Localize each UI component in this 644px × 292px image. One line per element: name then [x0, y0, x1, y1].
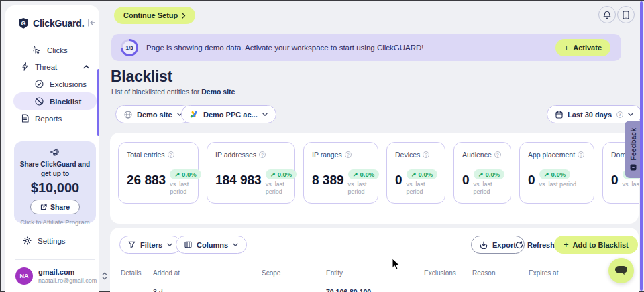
date-range-value: Last 30 days — [568, 111, 612, 119]
sidebar-item-threat[interactable]: Threat — [21, 62, 57, 71]
stats-panel: Total entries 26 883 ↗0.0% vs. last peri… — [110, 133, 639, 224]
info-icon[interactable] — [259, 151, 266, 158]
sidebar-item-blacklist[interactable]: Blacklist — [35, 97, 81, 106]
sidebar-item-clicks[interactable]: Clicks — [32, 46, 68, 54]
stat-card-devices: Devices 0 ↗0.0% vs. last period — [386, 142, 445, 204]
filters-button[interactable]: Filters — [119, 236, 181, 254]
feedback-icon — [630, 164, 637, 171]
settings-label: Settings — [38, 237, 66, 245]
trend-badge: ↗0.0% — [407, 169, 438, 179]
sidebar-item-exclusions[interactable]: Exclusions — [35, 80, 87, 88]
share-button[interactable]: Share — [30, 200, 80, 214]
info-icon[interactable] — [578, 151, 584, 158]
export-label: Export — [492, 241, 516, 249]
column-header-details[interactable]: Details — [121, 267, 153, 283]
sidebar-item-label: Exclusions — [50, 80, 87, 88]
sidebar-item-label: Blacklist — [50, 98, 81, 106]
site-selector[interactable]: Demo site — [115, 105, 191, 123]
activate-button[interactable]: + Activate — [555, 39, 610, 56]
setup-progress-step: 1/3 — [123, 41, 136, 54]
sidebar-item-reports[interactable]: Reports — [21, 114, 62, 123]
logo-text: ClickGuard. — [33, 18, 84, 29]
sidebar-item-label: Clicks — [47, 46, 68, 54]
cell-reason — [472, 284, 529, 292]
stat-label: IP ranges — [312, 151, 342, 159]
divider — [110, 283, 639, 283]
continue-setup-button[interactable]: Continue Setup — [114, 7, 195, 24]
sidebar-collapse-icon[interactable] — [87, 19, 96, 27]
stat-card-ip-addresses: IP addresses 184 983 ↗0.0% vs. last peri… — [207, 142, 295, 204]
sidebar-scrollbar[interactable] — [97, 69, 99, 136]
gear-icon — [23, 236, 32, 245]
info-icon — [616, 111, 623, 118]
stat-label: IP addresses — [215, 151, 256, 159]
affiliate-share-card: Share ClickGuard and get up to $10,000 S… — [14, 141, 96, 223]
column-header-scope[interactable]: Scope — [262, 267, 326, 283]
stat-label: App placement — [528, 151, 575, 159]
trend-badge: ↗0.0% — [539, 169, 571, 179]
cursor-click-icon — [32, 46, 41, 54]
add-to-blacklist-label: Add to Blacklist — [573, 241, 629, 249]
page-subtitle-text: List of blacklisted entities for — [111, 88, 199, 96]
add-to-blacklist-button[interactable]: + Add to Blacklist — [554, 236, 638, 254]
mouse-cursor — [392, 258, 400, 270]
share-text-line1: Share ClickGuard and — [14, 160, 96, 169]
table-header-row: Details Added at Scope Entity Exclusions… — [110, 267, 639, 283]
banner-message: Page is showing demo data. Activate your… — [146, 44, 424, 52]
trend-badge: ↗0.0% — [266, 169, 297, 179]
column-header-reason[interactable]: Reason — [472, 267, 529, 283]
stat-caption: vs. last period — [474, 181, 504, 196]
user-account-menu[interactable]: NA gmail.com naatali.ro@gmail.com — [15, 267, 107, 285]
calendar-icon — [555, 111, 563, 119]
stat-caption: vs. last period — [266, 181, 288, 196]
notifications-button[interactable] — [598, 6, 616, 23]
info-icon[interactable] — [345, 151, 352, 158]
chevron-down-icon — [262, 113, 268, 117]
column-header-exclusions[interactable]: Exclusions — [424, 267, 472, 283]
page-subtitle-site: Demo site — [201, 88, 235, 96]
stat-card-ip-ranges: IP ranges 8 389 ↗0.0% vs. last period — [303, 142, 378, 204]
globe-icon — [124, 111, 132, 119]
vertical-scrollbar[interactable] — [640, 1, 643, 291]
refresh-icon — [515, 241, 523, 249]
book-icon — [623, 11, 629, 19]
stat-label: Audience — [462, 151, 492, 159]
demo-data-banner: 1/3 Page is showing demo data. Activate … — [111, 34, 621, 61]
info-icon[interactable] — [423, 151, 429, 158]
app-window: G ClickGuard. Clicks Threat — [0, 0, 644, 292]
ppc-account-value: Demo PPC ac... — [203, 111, 258, 119]
page-subtitle: List of blacklisted entities for Demo si… — [111, 88, 235, 96]
trend-value: 0.0% — [486, 171, 500, 178]
logo[interactable]: G ClickGuard. — [17, 17, 84, 29]
plus-icon: + — [564, 240, 569, 250]
columns-button[interactable]: Columns — [176, 236, 247, 254]
column-header-added-at[interactable]: Added at — [153, 267, 262, 283]
info-icon[interactable] — [494, 151, 501, 158]
filters-label: Filters — [140, 241, 162, 249]
info-icon[interactable] — [168, 151, 174, 158]
funnel-icon — [128, 241, 136, 248]
ppc-account-selector[interactable]: Demo PPC ac... — [181, 105, 276, 123]
trend-up-icon: ↗ — [544, 171, 549, 178]
chevron-updown-icon — [102, 272, 107, 280]
stat-cards-row: Total entries 26 883 ↗0.0% vs. last peri… — [118, 142, 639, 204]
site-selector-value: Demo site — [137, 111, 172, 119]
affiliate-caption[interactable]: Click to Affiliate Program — [14, 218, 96, 226]
columns-label: Columns — [197, 241, 228, 249]
trend-value: 0.0% — [182, 171, 197, 178]
trend-value: 0.0% — [360, 171, 375, 178]
cell-entity: 70.106.80.100 — [326, 284, 424, 292]
check-circle-icon — [35, 80, 44, 88]
chat-widget-button[interactable] — [608, 258, 634, 283]
knowledge-base-button[interactable] — [617, 6, 635, 23]
trend-badge: ↗0.0% — [170, 169, 201, 179]
stat-value: 8 389 — [312, 173, 344, 188]
feedback-tab[interactable]: Feedback — [625, 121, 641, 178]
column-header-entity[interactable]: Entity — [326, 267, 424, 283]
sidebar-item-settings[interactable]: Settings — [23, 236, 66, 245]
refresh-button[interactable]: Refresh — [515, 236, 555, 254]
share-text-line2: get up to — [14, 169, 96, 179]
chevron-down-icon — [233, 243, 238, 247]
table-row[interactable]: 3 d 70.106.80.100 — [110, 284, 639, 292]
trend-up-icon: ↗ — [174, 171, 180, 178]
